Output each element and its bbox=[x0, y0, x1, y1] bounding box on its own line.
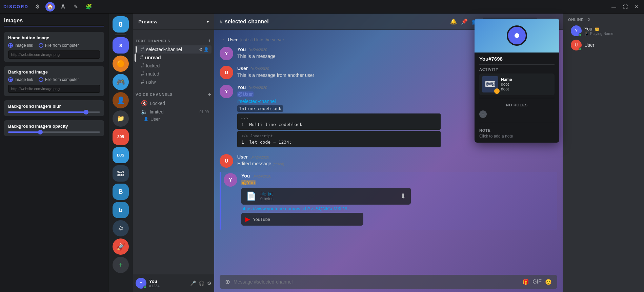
voice-channels-label: VOICE CHANNELS bbox=[136, 92, 173, 97]
server-header[interactable]: Preview ▾ bbox=[133, 14, 214, 30]
file-info: file.txt 0 bytes bbox=[260, 191, 396, 201]
home-button-file-option[interactable]: File from computer bbox=[39, 43, 79, 48]
status-indicator bbox=[579, 33, 582, 37]
minimize-button[interactable]: — bbox=[609, 4, 618, 9]
channel-muted[interactable]: # muted bbox=[136, 70, 212, 78]
bg-file-option[interactable]: File from computer bbox=[39, 77, 79, 82]
close-button[interactable]: ✕ bbox=[632, 4, 641, 9]
game-text: Playing Name bbox=[590, 32, 613, 36]
code-block-1: </> 1 Multi line codeblock bbox=[237, 113, 441, 130]
no-roles-label: NO ROLES bbox=[506, 101, 528, 109]
message-header: User 04/24/2020 bbox=[237, 154, 557, 160]
opacity-slider-thumb[interactable] bbox=[38, 130, 43, 134]
channel-locked[interactable]: # locked bbox=[136, 62, 212, 70]
blur-slider-thumb[interactable] bbox=[84, 110, 88, 114]
mute-icon[interactable]: 🎤 bbox=[190, 280, 196, 286]
bg-image-link-radio[interactable] bbox=[8, 77, 13, 82]
home-button-url-input[interactable] bbox=[8, 50, 100, 59]
server-label: 📁 bbox=[117, 115, 124, 122]
file-name[interactable]: file.txt bbox=[260, 191, 396, 196]
add-text-channel-icon[interactable]: + bbox=[208, 38, 212, 44]
blur-slider-fill bbox=[8, 111, 86, 113]
maximize-button[interactable]: ⛶ bbox=[621, 4, 630, 9]
server-icon-discord[interactable]: 🎮 bbox=[113, 74, 129, 90]
activity-line1: doot bbox=[501, 82, 512, 87]
pen-icon[interactable]: ✎ bbox=[71, 2, 81, 12]
add-role-button[interactable]: + bbox=[479, 110, 487, 118]
bg-file-radio[interactable] bbox=[39, 77, 43, 82]
note-input[interactable]: Click to add a note bbox=[479, 134, 555, 139]
chat-input-box[interactable]: ⊕ Message #selected-channel 🎁 GIF 😊 bbox=[220, 275, 557, 289]
bg-file-label: File from computer bbox=[45, 77, 79, 82]
server-icon-blue1[interactable]: B bbox=[113, 184, 129, 200]
bg-image-link-option[interactable]: Image link bbox=[8, 77, 33, 82]
user-icon[interactable]: A bbox=[58, 2, 68, 12]
server-icon-binary[interactable]: 01000010 bbox=[113, 165, 129, 182]
channel-nsfw[interactable]: # nsfw bbox=[136, 78, 212, 86]
server-label: 🟠 bbox=[117, 60, 125, 68]
activity-name: Name bbox=[501, 77, 512, 82]
gift-icon[interactable]: 🎁 bbox=[522, 279, 529, 285]
deafen-icon[interactable]: 🎧 bbox=[199, 280, 204, 286]
message-group: U User 04/24/2020 Edited message(edited) bbox=[220, 153, 557, 170]
channel-list: TEXT CHANNELS + # selected-channel ⚙ 👤 #… bbox=[133, 30, 214, 274]
channel-voice-limited[interactable]: 🔈 limited 01 99 bbox=[136, 107, 212, 116]
server-icon-star[interactable]: ✡ bbox=[113, 220, 129, 236]
bell-icon[interactable]: 🔔 bbox=[450, 18, 457, 25]
settings-icon[interactable]: ⚙ bbox=[207, 280, 212, 286]
gif-icon[interactable]: GIF bbox=[532, 279, 542, 285]
channel-voice-locked[interactable]: 🔇 Locked bbox=[136, 99, 212, 107]
home-button-image-link-option[interactable]: Image link bbox=[8, 43, 33, 48]
member-info-you: You 👑 📱 Playing Name bbox=[584, 26, 613, 36]
message-username: You bbox=[237, 85, 246, 90]
opacity-slider-label: Background image's opacity bbox=[8, 124, 100, 129]
emoji-icon[interactable]: 😊 bbox=[545, 279, 552, 285]
profile-avatar-container bbox=[507, 25, 527, 46]
add-server-button[interactable]: + bbox=[113, 257, 129, 273]
opacity-slider-track[interactable] bbox=[8, 131, 100, 133]
download-icon[interactable]: ⬇ bbox=[400, 192, 406, 200]
file-radio[interactable] bbox=[39, 43, 43, 48]
server-icon-active[interactable]: S bbox=[113, 37, 129, 54]
member-item-user[interactable]: U User bbox=[565, 38, 641, 52]
user-status-indicator bbox=[143, 286, 147, 289]
image-link-radio[interactable] bbox=[8, 43, 13, 48]
server-icon-orange[interactable]: 🟠 bbox=[113, 56, 129, 72]
gear-icon[interactable]: ⚙ bbox=[33, 2, 42, 12]
blur-slider-track[interactable] bbox=[8, 111, 100, 113]
channel-link[interactable]: #selected-channel bbox=[237, 99, 276, 104]
server-icon-395[interactable]: 395 bbox=[113, 129, 129, 145]
pin-icon[interactable]: 📌 bbox=[461, 18, 468, 25]
server-icon-8[interactable]: 8 bbox=[113, 16, 129, 33]
url-link[interactable]: https://www.youtube.com/watch?v=SQNtGoM3… bbox=[241, 206, 557, 211]
mention: @User bbox=[237, 91, 254, 97]
server-icon-rocket[interactable]: 🚀 bbox=[113, 238, 129, 255]
channel-unread[interactable]: # unread bbox=[135, 54, 212, 62]
member-name-user: User bbox=[584, 42, 595, 48]
server-icon-folder[interactable]: 📁 bbox=[113, 110, 129, 127]
message-timestamp: 04/24/2020 bbox=[248, 86, 267, 90]
panel-title: Images bbox=[4, 18, 104, 26]
system-text: just slid into the server. bbox=[240, 37, 285, 42]
channel-name: nsfw bbox=[146, 79, 156, 85]
plus-icon[interactable]: ⊕ bbox=[225, 278, 230, 286]
server-icon-brown[interactable]: 👤 bbox=[113, 92, 129, 108]
activity-line2: doot bbox=[501, 87, 512, 91]
member-avatar-user: U bbox=[571, 40, 582, 50]
voice-channels-category[interactable]: VOICE CHANNELS + bbox=[133, 86, 214, 99]
puzzle-icon[interactable]: 🧩 bbox=[84, 2, 94, 12]
hash-icon: # bbox=[140, 55, 143, 61]
channel-selected-channel[interactable]: # selected-channel ⚙ 👤 bbox=[136, 45, 212, 54]
background-url-input[interactable] bbox=[8, 85, 100, 93]
member-item-you[interactable]: Y You 👑 📱 Playing Name bbox=[565, 24, 641, 38]
hash-icon: # bbox=[220, 19, 223, 25]
settings-icon[interactable]: ⚙ 👤 bbox=[199, 47, 209, 52]
chat-placeholder: Message #selected-channel bbox=[234, 279, 293, 285]
home-icon[interactable]: 🏠 bbox=[45, 2, 55, 12]
avatar: Y bbox=[220, 47, 233, 60]
text-channels-category[interactable]: TEXT CHANNELS + bbox=[133, 33, 214, 45]
background-image-section: Background image Image link File from co… bbox=[4, 66, 104, 96]
server-icon-djs[interactable]: DJS bbox=[113, 147, 129, 163]
add-voice-channel-icon[interactable]: + bbox=[208, 91, 212, 98]
server-icon-blue2[interactable]: b bbox=[113, 202, 129, 218]
